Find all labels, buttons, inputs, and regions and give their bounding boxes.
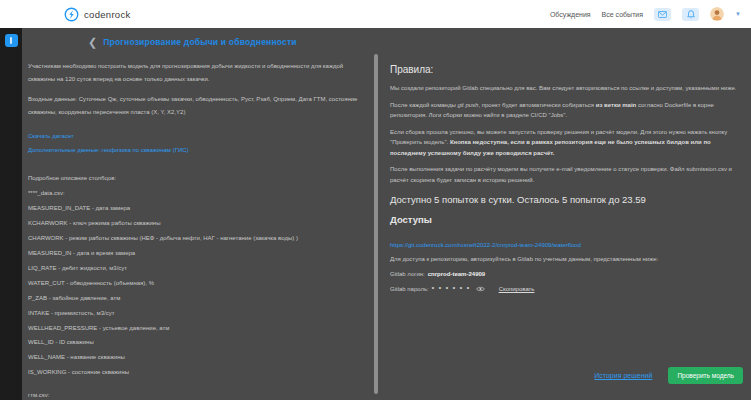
avatar[interactable]	[710, 7, 724, 21]
copy-password-link[interactable]: Скопировать	[499, 286, 535, 292]
bell-icon	[687, 10, 695, 19]
nav-discussions[interactable]: Обсуждения	[550, 11, 591, 18]
access-heading: Доступы	[390, 214, 741, 225]
codenrock-logo-icon	[64, 7, 79, 22]
gitlab-repo-link[interactable]: https://git.codenrock.com/rosneft2022-2/…	[390, 242, 581, 248]
gitlab-login-row: Gitlab логин: cnrprod-team-24909	[390, 271, 741, 277]
back-chevron-icon[interactable]: ❮	[88, 38, 97, 46]
rules-p2-text: После каждой команды	[390, 102, 457, 108]
attempts-counter: Доступно 5 попыток в сутки. Осталось 5 п…	[390, 194, 741, 205]
main-area: ❮ Прогнозирование добычи и обводненности…	[22, 28, 751, 400]
header-actions: Обсуждения Все события ▼	[550, 7, 741, 21]
gitlab-password-mask: * * * * * *	[432, 286, 471, 292]
show-password-button[interactable]	[476, 286, 485, 292]
rules-p2-text2: , проект будет автоматически собираться	[478, 102, 595, 108]
column-description-item: IS_WORKING - состояние скважины	[28, 369, 366, 376]
notifications-button[interactable]	[682, 8, 699, 21]
gitlab-login-label: Gitlab логин:	[390, 271, 425, 277]
gtm-file-label: гтм.csv:	[28, 392, 366, 398]
brand-name: codenrock	[84, 9, 131, 20]
column-description-item: CHARWORK - режим работы скважины (НЕФ - …	[28, 235, 366, 242]
task-input-data-paragraph: Входные данные: Суточные Qж, суточные об…	[28, 93, 366, 118]
messages-button[interactable]	[654, 8, 671, 21]
column-description-item: MEASURED_IN_DATE - дата замера	[28, 205, 366, 212]
column-description-item: KCHARWORK - ключ режима работы скважины	[28, 220, 366, 227]
left-sidebar	[0, 28, 22, 400]
gitlab-password-label: Gitlab пароль:	[390, 286, 429, 292]
rules-paragraph-4: После выполнения задачи по расчёту модел…	[390, 164, 741, 185]
rules-panel: Правила: Мы создали репозиторий Gitlab с…	[378, 52, 751, 400]
column-description-item: WELL_NAME - название скважины	[28, 354, 366, 361]
rules-p2-git-push: git push	[457, 102, 478, 108]
column-description-item: MEASURED_IN - дата и время замера	[28, 250, 366, 257]
rules-paragraph-3: Если сборка прошла успешно, вы можете за…	[390, 127, 741, 159]
nav-all-events[interactable]: Все события	[602, 11, 643, 18]
content-columns: Участникам необходимо построить модель д…	[22, 52, 751, 400]
sidebar-task-icon[interactable]	[5, 34, 18, 47]
envelope-icon	[658, 11, 667, 18]
task-desc-paragraph: Участникам необходимо построить модель д…	[28, 60, 366, 85]
columns-heading: Подробное описание столбцов:	[28, 175, 366, 181]
top-header: codenrock Обсуждения Все события ▼	[0, 0, 751, 28]
solution-history-link[interactable]: История решений	[594, 372, 652, 379]
rules-paragraph-1: Мы создали репозиторий Gitlab специально…	[390, 83, 741, 94]
rules-paragraph-2: После каждой команды git push, проект бу…	[390, 100, 741, 121]
page-title[interactable]: Прогнозирование добычи и обводненности	[103, 37, 297, 47]
column-description-item: WATER_CUT - обводненность (объемная), %	[28, 280, 366, 287]
column-description-item: WELLHEAD_PRESSURE - устьевое давление, а…	[28, 325, 366, 332]
download-dataset-link[interactable]: Скачать датасет	[28, 133, 74, 139]
gitlab-login-value: cnrprod-team-24909	[428, 271, 485, 277]
column-description-item: INTAKE - приемистость, м3/сут	[28, 310, 366, 317]
access-note: Для доступа к репозиторию, авторизуйтесь…	[390, 256, 741, 262]
brand-logo[interactable]: codenrock	[64, 7, 131, 22]
chevron-down-icon[interactable]: ▼	[735, 11, 741, 17]
rules-p2-main-branch: из ветки main	[596, 102, 637, 108]
column-description-item: WELL_ID - ID скважины	[28, 339, 366, 346]
columns-list: MEASURED_IN_DATE - дата замера KCHARWORK…	[28, 205, 366, 376]
check-model-button[interactable]: Проверить модель	[668, 367, 743, 384]
column-description-item: LIQ_RATE - дебит жидкости, м3/сут	[28, 265, 366, 272]
title-bar: ❮ Прогнозирование добычи и обводненности	[22, 28, 751, 52]
column-description-item: P_ZAB - забойное давление, атм	[28, 295, 366, 302]
app-body: ❮ Прогнозирование добычи и обводненности…	[0, 28, 751, 400]
extra-data-link[interactable]: Дополнительные данные: геофизика по сква…	[28, 147, 189, 153]
task-description-panel: Участникам необходимо построить модель д…	[22, 52, 374, 400]
dataset-links: Скачать датасет Дополнительные данные: г…	[28, 133, 366, 161]
gitlab-password-row: Gitlab пароль: * * * * * * Скопировать	[390, 286, 741, 292]
data-file-label: ****_data.csv:	[28, 190, 366, 196]
rules-heading: Правила:	[390, 64, 741, 75]
eye-icon	[476, 286, 485, 292]
footer-actions: История решений Проверить модель	[594, 367, 743, 384]
